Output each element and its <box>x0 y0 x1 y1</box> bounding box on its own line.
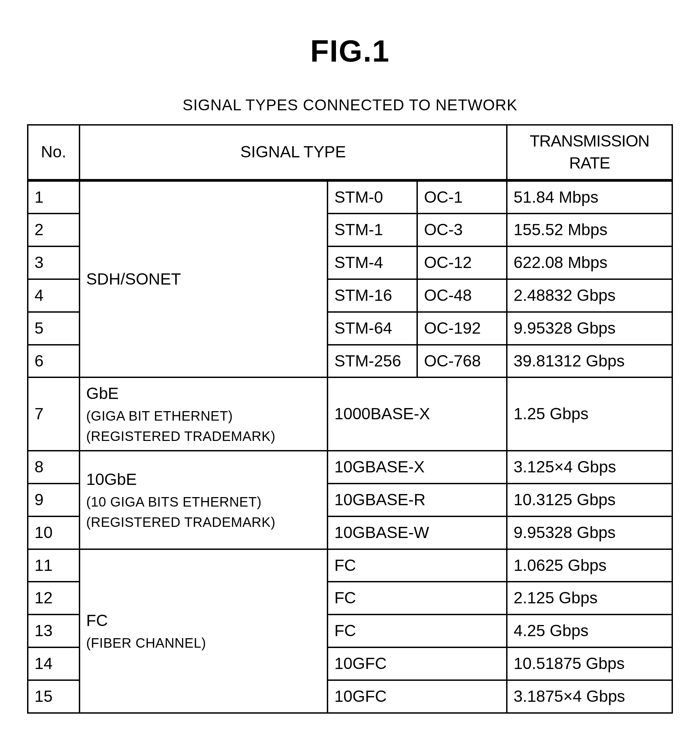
transmission-rate: 155.52 Mbps <box>507 213 672 246</box>
transmission-rate: 9.95328 Gbps <box>507 312 672 345</box>
header-transmission-rate: TRANSMISSION RATE <box>507 125 672 180</box>
figure-title: FIG.1 <box>27 34 673 69</box>
signal-subtype: FC <box>328 615 507 647</box>
row-no: 14 <box>28 647 79 680</box>
category-label: (GIGA BIT ETHERNET) <box>86 407 321 425</box>
category-label: GbE <box>86 383 321 405</box>
category-label: 10GbE <box>86 469 321 491</box>
row-no: 10 <box>28 516 79 549</box>
category-label: SDH/SONET <box>86 268 321 290</box>
header-no: No. <box>28 125 79 180</box>
category-label: (REGISTERED TRADEMARK) <box>86 427 321 445</box>
category-fc: FC (FIBER CHANNEL) <box>79 549 328 713</box>
table-row: 7 GbE (GIGA BIT ETHERNET) (REGISTERED TR… <box>28 377 672 451</box>
signal-subtype: OC-12 <box>417 246 507 279</box>
table-header-row: No. SIGNAL TYPE TRANSMISSION RATE <box>28 125 672 180</box>
table-row: 11 FC (FIBER CHANNEL) FC 1.0625 Gbps <box>28 549 672 582</box>
category-label: (10 GIGA BITS ETHERNET) <box>86 493 321 511</box>
signal-subtype: 1000BASE-X <box>328 377 507 451</box>
signal-subtype: FC <box>328 582 507 615</box>
signal-subtype: FC <box>328 549 507 582</box>
table-row: 1 SDH/SONET STM-0 OC-1 51.84 Mbps <box>28 180 672 214</box>
signal-subtype: OC-192 <box>417 312 507 345</box>
signal-subtype: 10GBASE-X <box>328 451 507 484</box>
transmission-rate: 10.3125 Gbps <box>507 484 672 516</box>
category-label: (REGISTERED TRADEMARK) <box>86 513 321 531</box>
row-no: 5 <box>28 312 79 345</box>
transmission-rate: 2.48832 Gbps <box>507 279 672 312</box>
signal-subtype: 10GFC <box>328 647 507 680</box>
row-no: 7 <box>28 377 79 451</box>
table-caption: SIGNAL TYPES CONNECTED TO NETWORK <box>27 96 673 114</box>
signal-subtype: STM-64 <box>328 312 417 345</box>
row-no: 12 <box>28 582 79 615</box>
header-signal-type: SIGNAL TYPE <box>79 125 507 180</box>
transmission-rate: 3.1875×4 Gbps <box>507 680 672 713</box>
signal-subtype: STM-4 <box>328 246 417 279</box>
category-sdh-sonet: SDH/SONET <box>79 180 328 378</box>
transmission-rate: 1.25 Gbps <box>507 377 672 451</box>
signal-subtype: STM-256 <box>328 345 417 378</box>
category-label: FC <box>86 610 321 632</box>
row-no: 4 <box>28 279 79 312</box>
transmission-rate: 3.125×4 Gbps <box>507 451 672 484</box>
transmission-rate: 9.95328 Gbps <box>507 516 672 549</box>
row-no: 8 <box>28 451 79 484</box>
transmission-rate: 1.0625 Gbps <box>507 549 672 582</box>
signal-subtype: STM-1 <box>328 213 417 246</box>
transmission-rate: 39.81312 Gbps <box>507 345 672 378</box>
signal-types-table: No. SIGNAL TYPE TRANSMISSION RATE 1 SDH/… <box>27 124 673 713</box>
signal-subtype: STM-0 <box>328 180 417 214</box>
signal-subtype: 10GBASE-W <box>328 516 507 549</box>
signal-subtype: OC-768 <box>417 345 507 378</box>
row-no: 15 <box>28 680 79 713</box>
transmission-rate: 4.25 Gbps <box>507 615 672 647</box>
row-no: 6 <box>28 345 79 378</box>
signal-subtype: OC-3 <box>417 213 507 246</box>
signal-subtype: OC-1 <box>417 180 507 214</box>
transmission-rate: 622.08 Mbps <box>507 246 672 279</box>
category-gbe: GbE (GIGA BIT ETHERNET) (REGISTERED TRAD… <box>79 377 328 451</box>
category-label: (FIBER CHANNEL) <box>86 634 321 652</box>
row-no: 3 <box>28 246 79 279</box>
row-no: 13 <box>28 615 79 647</box>
row-no: 1 <box>28 180 79 214</box>
row-no: 9 <box>28 484 79 516</box>
table-row: 8 10GbE (10 GIGA BITS ETHERNET) (REGISTE… <box>28 451 672 484</box>
signal-subtype: 10GFC <box>328 680 507 713</box>
transmission-rate: 10.51875 Gbps <box>507 647 672 680</box>
transmission-rate: 51.84 Mbps <box>507 180 672 214</box>
page: FIG.1 SIGNAL TYPES CONNECTED TO NETWORK … <box>0 0 700 737</box>
signal-subtype: STM-16 <box>328 279 417 312</box>
signal-subtype: 10GBASE-R <box>328 484 507 516</box>
row-no: 2 <box>28 213 79 246</box>
signal-subtype: OC-48 <box>417 279 507 312</box>
transmission-rate: 2.125 Gbps <box>507 582 672 615</box>
category-10gbe: 10GbE (10 GIGA BITS ETHERNET) (REGISTERE… <box>79 451 328 549</box>
row-no: 11 <box>28 549 79 582</box>
